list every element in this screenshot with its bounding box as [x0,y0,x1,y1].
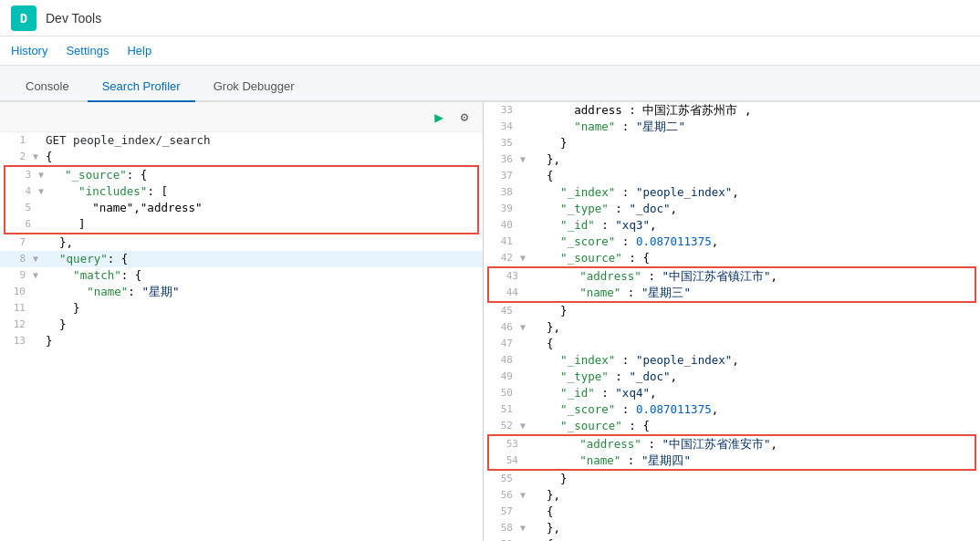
result-line: 56▼ }, [484,487,980,504]
result-line-number: 54 [489,453,526,469]
result-fold-arrow[interactable]: ▼ [520,487,531,504]
result-fold-arrow[interactable]: ▼ [520,151,531,168]
editor-line: 11 } [0,300,483,317]
line-number: 1 [0,132,33,149]
result-fold-arrow[interactable]: ▼ [520,319,531,336]
result-line-number: 38 [484,184,520,201]
result-line-number: 58 [484,520,520,536]
result-line-text: "address" : "中国江苏省镇江市", [537,268,975,285]
result-line-number: 59 [484,536,520,541]
result-line: 48 "_index" : "people_index", [484,352,980,369]
result-line: 44 "name" : "星期三" [487,285,976,303]
fold-arrow[interactable]: ▼ [33,267,44,284]
result-line: 59 { [484,536,980,541]
settings-icon[interactable]: ⚙ [454,106,475,128]
editor-line: 1GET people_index/_search [0,132,483,149]
result-line-text: } [531,135,980,151]
result-line-text: { [531,336,980,352]
fold-arrow[interactable]: ▼ [38,167,49,183]
result-line-text: "name" : "星期四" [537,453,975,469]
result-fold-arrow[interactable]: ▼ [520,418,531,434]
line-number: 9 [0,267,33,284]
fold-arrow[interactable]: ▼ [38,183,49,200]
result-line-text: address : 中国江苏省苏州市 , [531,102,980,119]
result-line-number: 43 [489,268,526,285]
result-line: 45 } [484,303,980,319]
result-line: 35 } [484,135,980,151]
run-button[interactable]: ▶ [428,106,450,128]
tab-console[interactable]: Console [11,72,84,102]
result-line-text: { [531,504,980,520]
result-line-text: "name" : "星期三" [537,285,975,301]
result-line-text: "_id" : "xq3", [531,217,980,234]
result-line: 52▼ "_source" : { [484,418,980,434]
result-line-number: 44 [489,285,526,301]
result-line-text: "address" : "中国江苏省淮安市", [537,436,975,453]
result-line-text: { [531,168,980,184]
result-line-text: "_score" : 0.087011375, [531,401,980,418]
tab-grok-debugger[interactable]: Grok Debugger [199,72,309,102]
nav-settings[interactable]: Settings [66,44,109,57]
line-text: }, [44,234,483,251]
tab-bar: Console Search Profiler Grok Debugger [0,66,980,102]
result-line-number: 36 [484,151,520,168]
fold-arrow[interactable]: ▼ [33,149,44,165]
line-text: } [44,333,483,349]
line-number: 3 [5,167,38,183]
line-number: 10 [0,284,33,300]
result-line-number: 46 [484,319,520,336]
result-line-number: 49 [484,369,520,385]
result-line-number: 37 [484,168,520,184]
fold-arrow[interactable]: ▼ [33,251,44,267]
result-line-number: 41 [484,234,520,250]
line-text: GET people_index/_search [44,132,483,149]
result-line-text: }, [531,520,980,536]
line-text: "match": { [44,267,483,284]
result-line: 53 "address" : "中国江苏省淮安市", [487,434,976,453]
editor-line: 6 ] [4,216,479,234]
result-line-number: 33 [484,102,520,119]
result-fold-arrow[interactable]: ▼ [520,250,531,266]
result-line-text: "_source" : { [531,250,980,266]
result-line: 54 "name" : "星期四" [487,453,976,471]
result-line: 42▼ "_source" : { [484,250,980,266]
line-text: "_source": { [49,167,477,183]
right-panel[interactable]: 33 address : 中国江苏省苏州市 ,34 "name" : "星期二"… [484,102,980,541]
result-line-text: }, [531,151,980,168]
code-editor[interactable]: 1GET people_index/_search2▼{3▼ "_source"… [0,132,483,541]
result-line-text: "name" : "星期二" [531,119,980,135]
result-fold-arrow[interactable]: ▼ [520,520,531,536]
editor-line: 8▼ "query": { [0,251,483,267]
result-line-text: "_type" : "_doc", [531,201,980,217]
line-number: 8 [0,251,33,267]
line-text: "name","address" [49,200,477,216]
result-line: 50 "_id" : "xq4", [484,385,980,401]
app-title: Dev Tools [46,11,101,26]
tab-search-profiler[interactable]: Search Profiler [88,72,195,102]
result-line-text: "_source" : { [531,418,980,434]
result-line: 38 "_index" : "people_index", [484,184,980,201]
line-text: { [44,149,483,165]
editor-line: 10 "name": "星期" [0,284,483,300]
result-line-number: 48 [484,352,520,369]
nav-history[interactable]: History [11,44,47,57]
result-line: 47 { [484,336,980,352]
result-line-number: 56 [484,487,520,504]
line-number: 6 [5,216,38,233]
result-line: 43 "address" : "中国江苏省镇江市", [487,266,976,285]
result-line-text: { [531,536,980,541]
result-line-number: 34 [484,119,520,135]
editor-line: 5 "name","address" [4,200,479,216]
result-line-text: "_score" : 0.087011375, [531,234,980,250]
line-text: "query": { [44,251,483,267]
editor-line: 3▼ "_source": { [4,165,479,183]
result-line-number: 51 [484,401,520,418]
top-bar: D Dev Tools [0,0,980,36]
result-line-number: 42 [484,250,520,266]
main-content: ▶ ⚙ 1GET people_index/_search2▼{3▼ "_sou… [0,102,980,541]
result-line-text: }, [531,319,980,336]
line-number: 2 [0,149,33,165]
result-line-text: "_index" : "people_index", [531,184,980,201]
left-panel: ▶ ⚙ 1GET people_index/_search2▼{3▼ "_sou… [0,102,484,541]
nav-help[interactable]: Help [127,44,151,57]
